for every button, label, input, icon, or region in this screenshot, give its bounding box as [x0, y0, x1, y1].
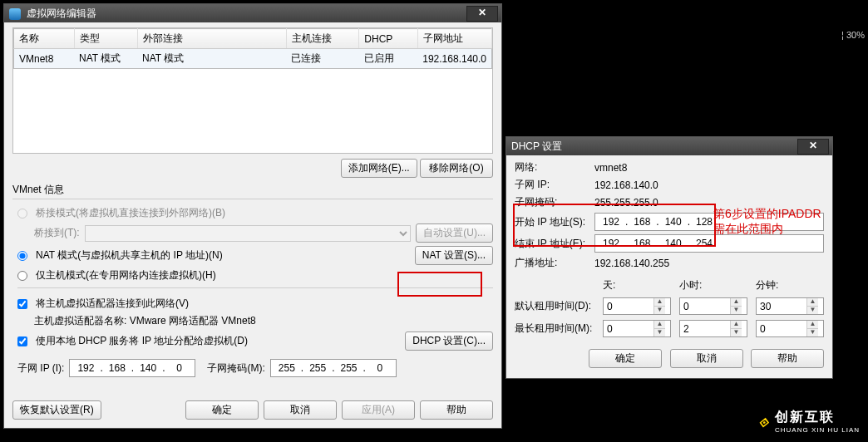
add-network-button[interactable]: 添加网络(E)... [341, 159, 417, 178]
def-days[interactable] [604, 299, 653, 314]
cell-host: 已连接 [286, 49, 358, 69]
bridge-radio [17, 209, 27, 219]
help-button[interactable]: 帮助 [420, 400, 493, 420]
def-min[interactable] [757, 299, 806, 314]
logo: ⟐ 创新互联 CHUANG XIN HU LIAN [758, 409, 860, 434]
cancel-button[interactable]: 取消 [264, 400, 337, 420]
hours-header: 小时: [679, 278, 747, 292]
bcast-value: 192.168.140.255 [594, 258, 824, 269]
max-days[interactable] [604, 322, 653, 336]
bridge-label: 桥接模式(将虚拟机直接连接到外部网络)(B) [36, 206, 225, 220]
highlight-ip-range [513, 204, 716, 247]
ip-c[interactable] [136, 361, 160, 375]
col-type[interactable]: 类型 [74, 29, 137, 49]
auto-set-button: 自动设置(U)... [416, 223, 493, 243]
max-days-spin[interactable]: ▲▼ [603, 320, 671, 337]
vmnet-info-label: VMnet 信息 [12, 183, 493, 197]
dhcp-help-button[interactable]: 帮助 [751, 349, 824, 368]
ip-b[interactable] [105, 361, 130, 375]
network-table[interactable]: 名称 类型 外部连接 主机连接 DHCP 子网地址 VMnet8 NAT 模式 … [13, 28, 492, 69]
remove-network-button[interactable]: 移除网络(O) [420, 159, 493, 178]
nat-radio[interactable] [17, 251, 27, 261]
titlebar: 虚拟网络编辑器 ✕ [4, 4, 501, 22]
dhcp-title-text: DHCP 设置 [511, 140, 562, 152]
mask-b[interactable] [305, 361, 330, 375]
cell-name: VMnet8 [14, 49, 75, 69]
subip-value: 192.168.140.0 [594, 179, 824, 191]
highlight-nat-button [397, 272, 482, 297]
col-name[interactable]: 名称 [14, 29, 75, 49]
mask-d[interactable] [367, 361, 392, 375]
col-ext[interactable]: 外部连接 [137, 29, 286, 49]
app-icon [9, 8, 21, 20]
dhcp-close-button[interactable]: ✕ [797, 139, 829, 155]
max-hours-spin[interactable]: ▲▼ [679, 320, 747, 337]
adapter-name-text: 主机虚拟适配器名称: VMware 网络适配器 VMnet8 [34, 314, 256, 328]
def-min-spin[interactable]: ▲▼ [756, 297, 824, 315]
subnet-ip-input[interactable]: . . . [69, 359, 195, 377]
logo-en: CHUANG XIN HU LIAN [775, 426, 860, 434]
min-header: 分钟: [756, 278, 824, 292]
nat-settings-button[interactable]: NAT 设置(S)... [415, 246, 493, 265]
restore-defaults-button[interactable]: 恢复默认设置(R) [12, 400, 101, 420]
net-value: vmnet8 [594, 162, 824, 174]
annotation-text: 第6步设置的IPADDR 需在此范围内 [713, 206, 821, 236]
col-dhcp[interactable]: DHCP [359, 29, 417, 49]
bridgeto-label: 桥接到(T): [34, 226, 80, 240]
subip-label: 子网 IP: [515, 178, 594, 192]
subnetip-label: 子网 IP (I): [17, 361, 64, 376]
max-hours[interactable] [680, 322, 730, 336]
ip-a[interactable] [73, 361, 98, 375]
bcast-label: 广播地址: [515, 256, 594, 270]
logo-icon: ⟐ [758, 412, 768, 431]
hostadapter-label: 将主机虚拟适配器连接到此网络(V) [36, 297, 189, 311]
apply-button: 应用(A) [342, 400, 415, 420]
hostonly-label: 仅主机模式(在专用网络内连接虚拟机)(H) [36, 268, 216, 282]
cell-subnet: 192.168.140.0 [417, 49, 491, 69]
cell-dhcp: 已启用 [359, 49, 417, 69]
ip-d[interactable] [166, 361, 191, 375]
cell-type: NAT 模式 [74, 49, 137, 69]
logo-cn: 创新互联 [775, 409, 860, 426]
usedhcp-checkbox[interactable] [17, 336, 27, 346]
table-row[interactable]: VMnet8 NAT 模式 NAT 模式 已连接 已启用 192.168.140… [14, 49, 492, 69]
max-min-spin[interactable]: ▲▼ [756, 320, 824, 337]
mask-a[interactable] [274, 361, 299, 375]
dhcp-cancel-button[interactable]: 取消 [670, 349, 743, 368]
subnetmask-label: 子网掩码(M): [207, 361, 264, 376]
ok-button[interactable]: 确定 [185, 400, 259, 420]
days-header: 天: [603, 278, 671, 292]
dhcp-ok-button[interactable]: 确定 [589, 349, 662, 368]
def-hours[interactable] [680, 299, 730, 314]
virtual-network-editor-dialog: 虚拟网络编辑器 ✕ 名称 类型 外部连接 主机连接 DHCP 子网地址 VMne… [3, 3, 502, 429]
def-hours-spin[interactable]: ▲▼ [679, 297, 747, 315]
max-lease-label: 最长租用时间(M): [515, 322, 594, 336]
usedhcp-label: 使用本地 DHCP 服务将 IP 地址分配给虚拟机(D) [36, 334, 400, 348]
dhcp-settings-dialog: DHCP 设置 ✕ 网络: vmnet8 子网 IP: 192.168.140.… [506, 136, 833, 379]
def-lease-label: 默认租用时间(D): [515, 299, 594, 313]
close-button[interactable]: ✕ [466, 6, 498, 22]
background-text: ¦ 30% [841, 30, 865, 40]
col-subnet[interactable]: 子网地址 [417, 29, 491, 49]
title-text: 虚拟网络编辑器 [27, 7, 96, 19]
mask-c[interactable] [337, 361, 362, 375]
max-min[interactable] [757, 322, 806, 336]
network-table-wrap: 名称 类型 外部连接 主机连接 DHCP 子网地址 VMnet8 NAT 模式 … [12, 27, 493, 154]
hostonly-radio[interactable] [17, 271, 27, 281]
net-label: 网络: [515, 160, 594, 174]
col-host[interactable]: 主机连接 [286, 29, 358, 49]
dhcp-settings-button[interactable]: DHCP 设置(C)... [405, 332, 493, 351]
nat-label: NAT 模式(与虚拟机共享主机的 IP 地址)(N) [36, 248, 410, 263]
dhcp-titlebar: DHCP 设置 ✕ [506, 137, 832, 155]
cell-ext: NAT 模式 [137, 49, 286, 69]
bridge-select [85, 225, 412, 242]
hostadapter-checkbox[interactable] [17, 299, 27, 309]
def-days-spin[interactable]: ▲▼ [603, 297, 671, 315]
subnet-mask-input[interactable]: . . . [270, 359, 397, 377]
